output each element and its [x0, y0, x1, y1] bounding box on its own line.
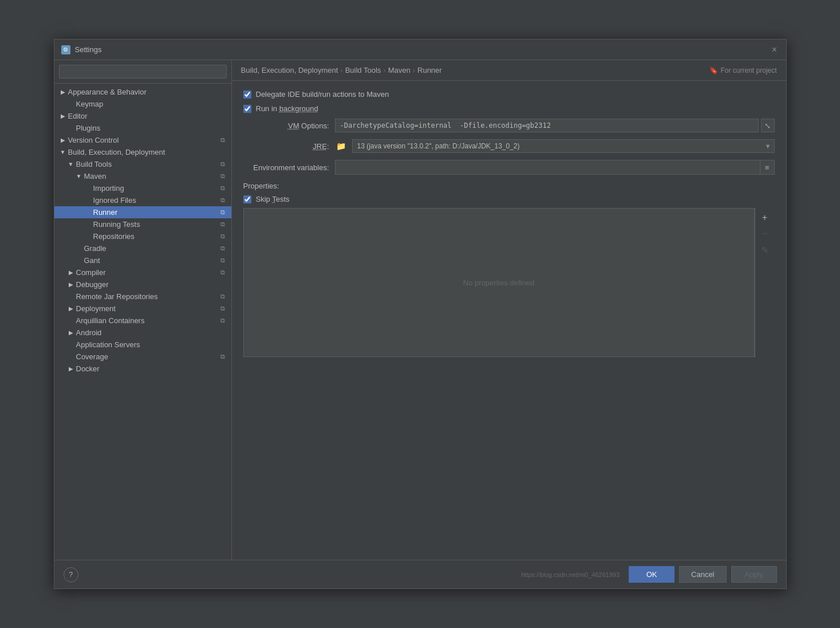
sidebar-item-gant[interactable]: Gant⧉ [54, 254, 231, 266]
sidebar-item-keymap[interactable]: Keymap [54, 98, 231, 110]
tree-item-label-runner: Runner [93, 208, 118, 217]
tree-item-arrow-appearance-behavior: ▶ [59, 88, 67, 96]
jre-row: JRE: 📁 13 (java version "13.0.2", path: … [243, 139, 775, 153]
sidebar-item-coverage[interactable]: Coverage⧉ [54, 351, 231, 363]
breadcrumb-part-3: Maven [388, 66, 411, 74]
vm-options-expand-button[interactable]: ⤡ [761, 119, 775, 132]
tree-item-label-version-control: Version Control [68, 136, 119, 144]
tree-item-arrow-arquillian-containers [67, 317, 75, 325]
sidebar-item-deployment[interactable]: ▶Deployment⧉ [54, 303, 231, 315]
sidebar-item-build-execution-deployment[interactable]: ▼Build, Execution, Deployment [54, 146, 231, 158]
remove-property-button[interactable]: − [758, 226, 772, 241]
jre-icon: 📁 [335, 140, 348, 152]
jre-select[interactable]: 13 (java version "13.0.2", path: D:/Java… [352, 139, 775, 153]
vm-options-label: VM Options: [243, 121, 335, 130]
cancel-button[interactable]: Cancel [679, 566, 726, 583]
env-vars-input[interactable] [335, 160, 760, 175]
run-background-checkbox[interactable] [243, 105, 251, 113]
tree-item-label-maven: Maven [84, 172, 107, 180]
sidebar-item-debugger[interactable]: ▶Debugger [54, 278, 231, 291]
tree-item-arrow-build-tools: ▼ [67, 160, 75, 168]
tree-item-label-debugger: Debugger [76, 280, 109, 289]
apply-button[interactable]: Apply [731, 566, 777, 583]
sidebar-item-runner[interactable]: Runner⧉ [54, 206, 231, 218]
sidebar-item-plugins[interactable]: Plugins [54, 122, 231, 134]
sidebar-item-appearance-behavior[interactable]: ▶Appearance & Behavior [54, 86, 231, 98]
tree-item-arrow-gant [75, 257, 83, 265]
tree-item-arrow-repositories [84, 233, 92, 241]
sidebar-item-arquillian-containers[interactable]: Arquillian Containers⧉ [54, 315, 231, 327]
breadcrumb-part-2: Build Tools [345, 66, 381, 74]
sidebar-item-ignored-files[interactable]: Ignored Files⧉ [54, 194, 231, 206]
tree-item-label-appearance-behavior: Appearance & Behavior [68, 88, 147, 96]
sidebar-item-version-control[interactable]: ▶Version Control⧉ [54, 134, 231, 146]
for-project-label: For current project [720, 66, 776, 74]
tree-item-arrow-running-tests [84, 221, 92, 229]
sidebar: ▶Appearance & BehaviorKeymap▶EditorPlugi… [54, 60, 232, 560]
sidebar-item-android[interactable]: ▶Android [54, 327, 231, 339]
tree-item-copy-icon-compiler: ⧉ [219, 269, 227, 277]
tree-item-arrow-docker: ▶ [67, 365, 75, 373]
no-properties-text: No properties defined [463, 278, 534, 287]
jre-select-wrap: 13 (java version "13.0.2", path: D:/Java… [352, 139, 775, 153]
skip-tests-checkbox-row: Skip Tests [243, 195, 775, 203]
sidebar-item-docker[interactable]: ▶Docker [54, 363, 231, 375]
run-background-label[interactable]: Run in background [256, 104, 318, 113]
search-input[interactable] [59, 65, 227, 78]
tree-item-arrow-debugger: ▶ [67, 281, 75, 289]
ok-button[interactable]: OK [629, 566, 675, 583]
tree-item-label-build-execution-deployment: Build, Execution, Deployment [68, 148, 165, 156]
tree-item-label-build-tools: Build Tools [76, 160, 112, 168]
sidebar-item-remote-jar-repositories[interactable]: Remote Jar Repositories⧉ [54, 291, 231, 303]
help-button[interactable]: ? [64, 567, 78, 582]
tree-item-arrow-application-servers [67, 341, 75, 349]
sidebar-item-repositories[interactable]: Repositories⧉ [54, 230, 231, 242]
tree-item-arrow-deployment: ▶ [67, 305, 75, 313]
sidebar-item-build-tools[interactable]: ▼Build Tools⧉ [54, 158, 231, 170]
tree-item-label-gant: Gant [84, 256, 100, 265]
tree-item-label-deployment: Deployment [76, 304, 116, 313]
sidebar-item-editor[interactable]: ▶Editor [54, 110, 231, 122]
settings-icon: ⚙ [61, 45, 70, 54]
dialog-footer: ? https://blog.csdn.net/m0_46261993 OK C… [54, 560, 786, 588]
env-vars-browse-button[interactable]: ≡ [760, 160, 775, 175]
breadcrumb-sep-2: › [383, 66, 385, 74]
sidebar-item-running-tests[interactable]: Running Tests⧉ [54, 218, 231, 230]
tree-item-copy-icon-gant: ⧉ [219, 257, 227, 265]
footer-right: https://blog.csdn.net/m0_46261993 OK Can… [521, 566, 776, 583]
sidebar-item-importing[interactable]: Importing⧉ [54, 182, 231, 194]
tree-item-arrow-maven: ▼ [75, 172, 83, 180]
sidebar-item-maven[interactable]: ▼Maven⧉ [54, 170, 231, 182]
sidebar-item-compiler[interactable]: ▶Compiler⧉ [54, 266, 231, 278]
properties-toolbar: + − ✎ [755, 208, 775, 357]
vm-options-row: VM Options: ⤡ [243, 119, 775, 132]
properties-content: No properties defined [243, 208, 755, 357]
vm-options-input[interactable] [335, 119, 759, 132]
tree-item-label-application-servers: Application Servers [76, 340, 140, 349]
tree-item-copy-icon-arquillian-containers: ⧉ [219, 317, 227, 325]
tree-item-label-keymap: Keymap [76, 100, 104, 108]
close-button[interactable]: × [770, 45, 779, 54]
edit-property-button[interactable]: ✎ [758, 242, 772, 257]
tree-item-copy-icon-build-tools: ⧉ [219, 160, 227, 168]
delegate-label[interactable]: Delegate IDE build/run actions to Maven [256, 90, 389, 99]
tree-item-arrow-plugins [67, 124, 75, 132]
footer-left: ? [64, 567, 78, 582]
add-property-button[interactable]: + [758, 210, 772, 225]
sidebar-item-gradle[interactable]: Gradle⧉ [54, 242, 231, 254]
settings-dialog: ⚙ Settings × ▶Appearance & BehaviorKeyma… [54, 39, 787, 589]
tree-item-copy-icon-maven: ⧉ [219, 172, 227, 180]
breadcrumb-part-1: Build, Execution, Deployment [241, 66, 338, 74]
tree-item-arrow-ignored-files [84, 197, 92, 205]
tree-item-label-importing: Importing [93, 184, 124, 193]
sidebar-item-application-servers[interactable]: Application Servers [54, 339, 231, 351]
tree-item-arrow-compiler: ▶ [67, 269, 75, 277]
skip-tests-checkbox[interactable] [243, 195, 251, 203]
skip-tests-label[interactable]: Skip Tests [256, 195, 290, 203]
bookmark-icon: 🔖 [709, 66, 718, 74]
tree-item-arrow-android: ▶ [67, 329, 75, 337]
tree-item-label-compiler: Compiler [76, 268, 106, 277]
delegate-checkbox[interactable] [243, 91, 251, 99]
breadcrumb-part-4: Runner [417, 66, 442, 74]
delegate-checkbox-row: Delegate IDE build/run actions to Maven [243, 90, 775, 99]
